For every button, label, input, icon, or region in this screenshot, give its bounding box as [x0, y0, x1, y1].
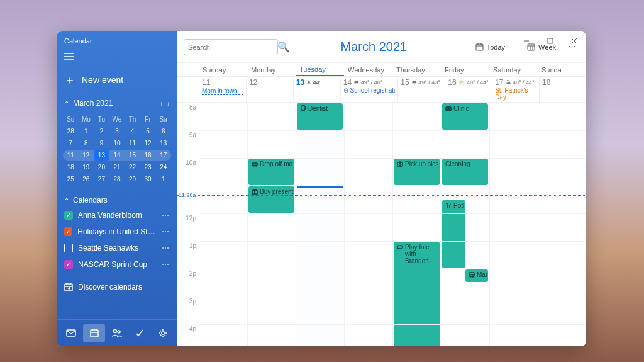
time-slot[interactable] [199, 158, 247, 186]
mini-calendar[interactable]: SuMoTuWeThFrSa28123456789101112131112131… [57, 110, 177, 192]
allday-cell[interactable]: 18 [539, 77, 586, 102]
time-slot[interactable] [538, 269, 586, 297]
time-slot[interactable] [538, 158, 586, 186]
time-slot[interactable]: Dentist [296, 103, 344, 130]
new-event-button[interactable]: ＋ New event [57, 66, 177, 96]
minical-day[interactable]: 12 [79, 150, 94, 161]
minical-day[interactable]: 23 [140, 162, 156, 173]
time-slot[interactable] [441, 130, 489, 158]
minical-day[interactable]: 13 [94, 150, 109, 161]
discover-calendars-button[interactable]: Discover calendars [57, 276, 177, 298]
minical-day[interactable]: 25 [63, 174, 79, 184]
time-slot[interactable] [344, 158, 392, 186]
calendar-checkbox[interactable] [64, 211, 73, 220]
time-slot[interactable]: Potl [441, 186, 489, 213]
minical-day[interactable]: 1 [79, 126, 94, 137]
time-slot[interactable] [199, 241, 247, 269]
time-slot[interactable] [296, 324, 344, 346]
calendar-more-icon[interactable]: ⋯ [162, 227, 170, 236]
allday-cell[interactable]: 13☀ 44° [293, 77, 340, 102]
minical-day[interactable]: 6 [155, 126, 171, 137]
time-slot[interactable] [344, 213, 392, 241]
hamburger-button[interactable] [57, 49, 177, 66]
minical-day[interactable]: 24 [155, 162, 171, 173]
time-slot[interactable] [247, 297, 296, 324]
minimize-button[interactable] [514, 31, 538, 50]
minical-day[interactable]: 3 [109, 126, 125, 137]
time-slot[interactable]: Pick up pics [392, 158, 441, 186]
minical-day[interactable]: 2 [94, 126, 109, 137]
time-slot[interactable] [441, 213, 489, 241]
time-slot[interactable] [441, 324, 489, 346]
calendar-event[interactable]: Clinic [442, 103, 488, 130]
maximize-button[interactable] [538, 31, 562, 50]
collapse-month-icon[interactable]: ⌃ [64, 100, 69, 107]
minical-day[interactable]: 1 [155, 174, 171, 184]
time-slot[interactable]: Drop off mo [247, 158, 296, 186]
minical-day[interactable]: 11 [63, 150, 79, 161]
time-slot[interactable] [199, 103, 247, 130]
calendar-checkbox[interactable] [64, 260, 73, 269]
calendar-item[interactable]: Seattle Seahawks⋯ [57, 240, 177, 256]
minical-day[interactable]: 11 [125, 138, 140, 149]
time-slot[interactable] [199, 213, 247, 241]
people-nav-button[interactable] [106, 324, 128, 342]
time-slot[interactable] [392, 103, 441, 130]
calendar-event[interactable]: Dentist [297, 103, 343, 130]
time-slot[interactable] [489, 213, 538, 241]
time-slot[interactable] [296, 186, 344, 213]
time-slot[interactable] [538, 297, 586, 324]
time-slot[interactable] [489, 103, 538, 130]
time-slot[interactable] [296, 297, 344, 324]
time-slot[interactable] [538, 213, 586, 241]
time-slot[interactable] [538, 186, 586, 213]
time-slot[interactable] [489, 269, 538, 297]
calendar-item[interactable]: Anna Vanderbloom⋯ [57, 207, 177, 223]
settings-nav-button[interactable] [152, 324, 174, 342]
time-slot[interactable] [344, 269, 392, 297]
time-slot[interactable] [441, 241, 489, 269]
time-slot[interactable] [538, 324, 586, 346]
minical-day[interactable]: 22 [125, 162, 140, 173]
calendar-checkbox[interactable] [64, 244, 73, 252]
time-slot[interactable] [392, 269, 441, 297]
time-slot[interactable] [296, 241, 344, 269]
allday-event[interactable]: Mom in town [202, 88, 243, 95]
minical-day[interactable]: 14 [109, 150, 125, 161]
time-slot[interactable] [489, 130, 538, 158]
time-slot[interactable] [538, 241, 586, 269]
calendar-nav-button[interactable] [83, 324, 104, 342]
next-month-icon[interactable]: ↓ [167, 100, 170, 107]
calendar-event[interactable]: Cleaning [442, 159, 488, 185]
time-slot[interactable] [344, 324, 392, 346]
close-button[interactable] [562, 31, 586, 50]
minical-day[interactable]: 12 [140, 138, 156, 149]
allday-event[interactable]: ⊖ School registrati [343, 87, 395, 94]
time-slot[interactable] [538, 130, 586, 158]
minical-day[interactable]: 10 [109, 138, 125, 149]
minical-day[interactable]: 19 [79, 162, 94, 173]
calendar-more-icon[interactable]: ⋯ [162, 244, 170, 252]
calendar-item[interactable]: NASCAR Sprint Cup⋯ [57, 256, 177, 273]
minical-day[interactable]: 30 [140, 174, 156, 184]
calendar-item[interactable]: Holidays in United States⋯ [57, 223, 177, 240]
time-slot[interactable] [344, 130, 392, 158]
calendar-event[interactable]: Drop off mo [248, 159, 294, 185]
time-slot[interactable]: Clinic [441, 103, 489, 130]
time-slot[interactable]: Cleaning [441, 158, 489, 186]
minical-day[interactable]: 27 [94, 174, 109, 184]
time-slot[interactable] [199, 130, 247, 158]
time-slot[interactable] [489, 158, 538, 186]
minical-day[interactable]: 21 [109, 162, 125, 173]
time-slot[interactable] [344, 186, 392, 213]
time-slot[interactable] [247, 103, 296, 130]
time-slot[interactable] [199, 186, 247, 213]
minical-day[interactable]: 4 [125, 126, 140, 137]
minical-day[interactable]: 20 [94, 162, 109, 173]
allday-cell[interactable]: 16⛅ 48° / 44° [445, 77, 492, 102]
hour-grid[interactable]: 8aDentistClinic9a10aDrop off moPick up p… [177, 103, 586, 346]
minical-day[interactable]: 16 [140, 150, 156, 161]
time-slot[interactable] [489, 297, 538, 324]
calendar-more-icon[interactable]: ⋯ [162, 260, 170, 269]
minical-day[interactable]: 5 [140, 126, 156, 137]
